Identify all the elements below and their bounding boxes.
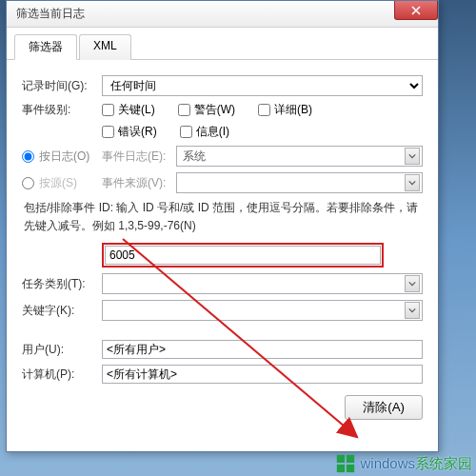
windows-logo-icon [335, 453, 356, 474]
svg-rect-4 [347, 465, 354, 472]
task-category-combo[interactable] [102, 273, 423, 294]
chevron-down-icon [408, 152, 416, 160]
watermark: windows系统家园 [335, 453, 472, 474]
event-level-label: 事件级别: [22, 102, 102, 118]
svg-rect-1 [337, 455, 345, 463]
event-source-combo[interactable] [176, 172, 423, 193]
by-source-radio[interactable]: 按源(S) [22, 175, 102, 191]
keyword-combo[interactable] [102, 300, 423, 321]
close-button[interactable] [394, 1, 438, 20]
svg-rect-3 [337, 465, 345, 472]
event-source-label: 事件来源(V): [102, 175, 176, 191]
task-category-label: 任务类别(T): [22, 276, 102, 292]
by-log-radio[interactable]: 按日志(O) [22, 149, 102, 165]
event-source-dropdown-btn[interactable] [405, 174, 420, 191]
keyword-label: 关键字(K): [22, 303, 102, 319]
tab-strip: 筛选器 XML [7, 28, 438, 60]
task-category-dropdown-btn[interactable] [405, 275, 420, 292]
dialog-content: 记录时间(G): 任何时间 事件级别: 关键(L) 警告(W) 详细(B) 错误… [7, 60, 438, 429]
svg-rect-2 [347, 455, 354, 463]
event-id-help: 包括/排除事件 ID: 输入 ID 号和/或 ID 范围，使用逗号分隔。若要排除… [24, 199, 421, 235]
level-verbose-checkbox[interactable]: 详细(B) [258, 102, 312, 118]
chevron-down-icon [408, 280, 416, 288]
logged-time-label: 记录时间(G): [22, 78, 102, 94]
logged-time-select[interactable]: 任何时间 [102, 75, 423, 96]
event-log-combo[interactable]: 系统 [176, 146, 423, 167]
window-title: 筛选当前日志 [16, 6, 85, 22]
level-error-checkbox[interactable]: 错误(R) [102, 124, 157, 140]
titlebar: 筛选当前日志 [7, 1, 438, 28]
chevron-down-icon [408, 307, 416, 314]
tab-xml[interactable]: XML [79, 34, 131, 60]
level-critical-checkbox[interactable]: 关键(L) [102, 102, 155, 118]
tab-filter[interactable]: 筛选器 [14, 34, 77, 60]
close-icon [411, 6, 421, 15]
keyword-dropdown-btn[interactable] [405, 302, 420, 319]
clear-button[interactable]: 清除(A) [345, 395, 423, 420]
chevron-down-icon [408, 179, 416, 187]
computer-input[interactable] [102, 365, 423, 384]
event-id-highlight [102, 243, 384, 268]
dialog-window: 筛选当前日志 筛选器 XML 记录时间(G): 任何时间 事件级别: 关键(L)… [6, 0, 439, 452]
level-warning-checkbox[interactable]: 警告(W) [178, 102, 235, 118]
level-info-checkbox[interactable]: 信息(I) [180, 124, 229, 140]
user-input[interactable] [102, 340, 423, 359]
computer-label: 计算机(P): [22, 367, 102, 383]
event-log-label: 事件日志(E): [102, 149, 176, 165]
event-id-input[interactable] [105, 246, 381, 265]
watermark-text: windows系统家园 [360, 455, 472, 473]
event-log-dropdown-btn[interactable] [405, 148, 420, 165]
event-log-value: 系统 [179, 149, 405, 165]
event-level-group: 关键(L) 警告(W) 详细(B) [102, 102, 423, 118]
user-label: 用户(U): [22, 342, 102, 358]
